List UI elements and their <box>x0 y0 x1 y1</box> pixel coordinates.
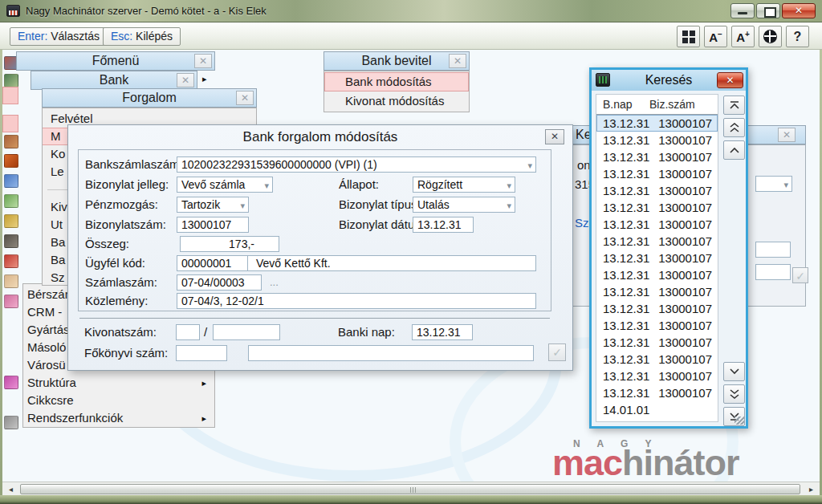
enter-select-button[interactable]: Enter: Választás <box>10 27 108 46</box>
kereses-titlebar[interactable]: Keresés ✕ <box>592 70 746 91</box>
menu-item[interactable]: Bank módosítás <box>324 72 469 91</box>
menu-item[interactable]: Cikkcsre <box>23 392 214 409</box>
page-down-button[interactable] <box>723 384 745 404</box>
scroll-left-icon[interactable]: ◂ <box>4 483 18 495</box>
search-result-row[interactable]: 13.12.3113000107 <box>596 165 718 182</box>
ugyfel-nev-field[interactable]: Vevő Kettő Kft. <box>247 255 536 271</box>
fomenu-close-icon[interactable]: ✕ <box>194 54 212 68</box>
chevron-down-icon[interactable]: ▾ <box>240 198 245 213</box>
bizonylat-tipus-select[interactable]: Utalás▾ <box>413 197 515 213</box>
contrast-button[interactable] <box>759 26 782 47</box>
menu-item[interactable]: Struktúra▸ <box>23 374 214 392</box>
ugyfel-kod-field[interactable]: 00000001 <box>177 255 249 271</box>
szamlaszam-field[interactable]: 07-04/00003 <box>177 274 262 291</box>
menu-item[interactable]: Kivonat módosítás <box>324 91 469 111</box>
search-result-row[interactable]: 13.12.3113000107 <box>596 132 718 148</box>
search-result-row[interactable]: 13.12.3113000107 <box>596 334 718 351</box>
forgalom-close-icon[interactable]: ✕ <box>236 91 254 105</box>
sidebar-module-icon[interactable] <box>4 74 18 87</box>
os-title-bar[interactable]: Nagy Machinátor szerver - Demó kötet - a… <box>0 0 822 22</box>
kereses-close-icon[interactable]: ✕ <box>717 72 743 88</box>
chevron-down-icon[interactable]: ▾ <box>527 158 532 173</box>
banki-nap-field[interactable]: 13.12.31 <box>412 324 473 340</box>
bank-close-icon[interactable]: ✕ <box>177 73 194 87</box>
search-result-row[interactable]: 14.01.01 <box>596 401 718 418</box>
help-button[interactable]: ? <box>786 26 809 47</box>
sidebar-module-icon[interactable] <box>4 254 18 268</box>
search-result-row[interactable]: 13.12.3113000107 <box>596 233 718 250</box>
search-result-row[interactable]: 13.12.3113000107 <box>596 250 718 266</box>
chevron-down-icon[interactable]: ▾ <box>264 178 269 193</box>
kivonatszam-field-1[interactable] <box>176 324 200 340</box>
search-result-row[interactable]: 13.12.3113000107 <box>596 266 718 283</box>
search-result-row[interactable]: 13.12.3113000107 <box>596 199 718 216</box>
grid-view-button[interactable] <box>677 26 700 47</box>
sidebar-module-icon[interactable] <box>4 214 18 228</box>
background-dropdown[interactable]: ▾ <box>755 176 792 192</box>
sidebar-module-icon[interactable] <box>4 194 18 208</box>
window-title: Nagy Machinátor szerver - Demó kötet - a… <box>26 5 267 17</box>
scroll-to-top-button[interactable] <box>723 96 745 115</box>
osszeg-field[interactable]: 173,- <box>180 236 279 252</box>
search-result-row[interactable]: 13.12.3113000107 <box>596 216 718 233</box>
bank-window-titlebar[interactable]: Bank ✕ <box>31 71 197 90</box>
minimize-button[interactable] <box>730 3 755 18</box>
sidebar-module-icon[interactable] <box>4 416 18 429</box>
sidebar-module-icon[interactable] <box>4 154 18 168</box>
dialog-title[interactable]: Bank forgalom módosítás <box>68 125 572 149</box>
fokonyvi-field-2[interactable] <box>248 345 534 361</box>
lookup-ellipsis-button[interactable]: ... <box>270 276 279 288</box>
sidebar-module-icon[interactable] <box>4 295 18 308</box>
sidebar-module-icon[interactable] <box>4 174 18 188</box>
bankszamlaszam-combobox[interactable]: 102002322931539600000000 (VPI) (1)▾ <box>177 156 536 173</box>
window-frame-left <box>0 50 2 495</box>
chevron-down-icon[interactable]: ▾ <box>507 198 511 213</box>
sidebar-module-icon[interactable] <box>4 234 18 248</box>
font-decrease-button[interactable]: A− <box>704 26 727 47</box>
fokonyvi-field-1[interactable] <box>176 345 227 361</box>
close-button[interactable]: ✕ <box>782 3 816 18</box>
search-result-row[interactable]: 13.12.3113000107 <box>596 384 718 401</box>
background-ok-button[interactable]: ✓ <box>792 267 808 283</box>
allapot-select[interactable]: Rögzített▾ <box>413 177 515 193</box>
background-field[interactable] <box>755 264 791 280</box>
search-result-row[interactable]: 13.12.3113000107 <box>596 115 718 132</box>
background-window-close-icon[interactable]: ✕ <box>778 128 796 142</box>
search-result-row[interactable]: 13.12.3113000107 <box>596 148 718 165</box>
search-result-row[interactable]: 13.12.3113000107 <box>596 300 718 317</box>
scroll-up-button[interactable] <box>723 140 745 160</box>
font-increase-button[interactable]: A+ <box>731 26 755 47</box>
esc-exit-button[interactable]: Esc: Kilépés <box>103 27 181 46</box>
sidebar-module-icon[interactable] <box>4 376 18 389</box>
kivonatszam-field-2[interactable] <box>213 324 280 340</box>
search-result-row[interactable]: 13.12.3113000107 <box>596 351 718 368</box>
kozlemeny-field[interactable]: 07-04/3, 12-02/1 <box>177 293 536 309</box>
fomenu-window-titlebar[interactable]: Főmenü ✕ <box>16 51 215 71</box>
sidebar-module-icon[interactable] <box>4 274 18 288</box>
resize-grip[interactable] <box>735 417 744 425</box>
forgalom-window-titlebar[interactable]: Forgalom ✕ <box>42 88 257 108</box>
bizonylat-datuma-field[interactable]: 13.12.31 <box>413 217 474 233</box>
scroll-down-button[interactable] <box>723 362 745 381</box>
bizonylatszam-field[interactable]: 13000107 <box>177 217 249 233</box>
search-result-row[interactable]: 13.12.3113000107 <box>596 368 718 384</box>
dialog-close-icon[interactable]: ✕ <box>545 129 564 144</box>
bank-bevitel-close-icon[interactable]: ✕ <box>449 54 466 68</box>
scrollbar-thumb[interactable] <box>20 484 800 494</box>
page-up-button[interactable] <box>723 118 745 137</box>
bizonylat-jelleg-select[interactable]: Vevő számla▾ <box>177 177 273 193</box>
logo-machinator-text: machinátor <box>552 445 739 481</box>
search-result-row[interactable]: 13.12.3113000107 <box>596 182 718 199</box>
maximize-button[interactable] <box>756 3 780 18</box>
background-field[interactable] <box>755 242 791 258</box>
bank-bevitel-window-titlebar[interactable]: Bank bevitel ✕ <box>324 51 470 71</box>
scroll-right-icon[interactable]: ▸ <box>804 483 818 495</box>
search-result-row[interactable]: 13.12.3113000107 <box>596 317 718 334</box>
menu-item[interactable]: Rendszerfunkciók▸ <box>23 409 214 427</box>
horizontal-scrollbar[interactable]: ◂ ▸ <box>2 482 820 495</box>
confirm-check-button[interactable]: ✓ <box>548 343 566 361</box>
sidebar-module-icon[interactable] <box>4 135 18 148</box>
penzmozgas-select[interactable]: Tartozik▾ <box>177 197 249 213</box>
search-result-row[interactable]: 13.12.3113000107 <box>596 283 718 300</box>
chevron-down-icon[interactable]: ▾ <box>507 178 511 193</box>
